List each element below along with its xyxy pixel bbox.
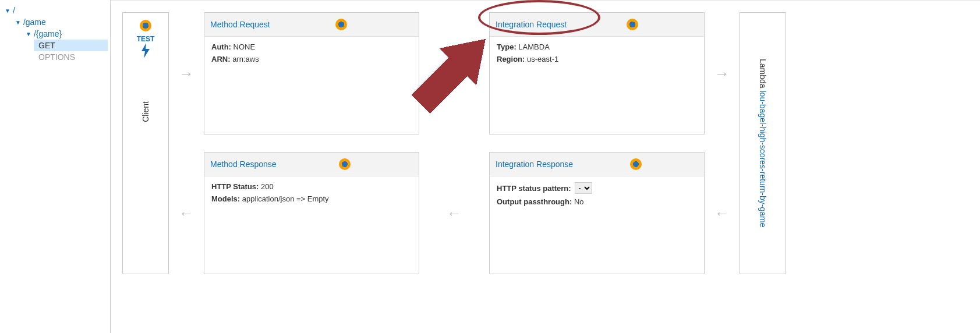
bolt-icon[interactable] — [141, 43, 150, 61]
tree-game-label: /game — [23, 17, 46, 27]
tree-game[interactable]: ▼ /game — [13, 16, 108, 28]
arrow-right-icon: → — [179, 65, 194, 83]
lambda-function-link[interactable]: lou-bagel-high-scores-return-by-game — [758, 91, 767, 228]
region-value: us-east-1 — [527, 55, 558, 63]
lambda-prefix: Lambda — [758, 59, 767, 90]
method-request-box: Method Request Auth: NONE ARN: arn:aws — [204, 12, 419, 134]
arrow-left-icon: ← — [447, 204, 462, 222]
arrow-method-response-to-client: ← — [169, 152, 204, 274]
tree-game-path[interactable]: ▼ /{game} — [23, 28, 108, 40]
status-pattern-select[interactable]: - — [575, 182, 592, 194]
gear-icon[interactable] — [630, 158, 642, 170]
tree-root-label: / — [13, 6, 15, 15]
auth-label: Auth: — [211, 42, 231, 51]
method-request-link[interactable]: Method Request — [210, 20, 270, 29]
lambda-label: Lambda lou-bagel-high-scores-return-by-g… — [758, 59, 767, 227]
integration-response-link[interactable]: Integration Response — [496, 160, 573, 169]
arn-label: ARN: — [211, 55, 231, 63]
caret-down-icon: ▼ — [15, 19, 21, 26]
region-label: Region: — [497, 55, 525, 63]
passthrough-label: Output passthrough: — [497, 197, 572, 206]
passthrough-value: No — [574, 197, 584, 206]
type-value: LAMBDA — [518, 42, 549, 51]
resource-tree: ▼ / ▼ /game ▼ /{game} GET OPTIONS — [0, 0, 111, 333]
tree-method-options[interactable]: OPTIONS — [34, 51, 108, 63]
gear-icon[interactable] — [339, 158, 351, 170]
client-label: Client — [141, 101, 150, 122]
arrow-left-icon: ← — [714, 204, 730, 222]
arrow-integration-request-to-lambda: → — [705, 12, 740, 134]
arrow-method-to-integration-request — [419, 12, 489, 134]
client-box: TEST Client — [122, 12, 169, 274]
method-response-link[interactable]: Method Response — [210, 160, 277, 169]
tree-method-options-label: OPTIONS — [38, 52, 75, 62]
tree-root[interactable]: ▼ / — [2, 5, 108, 16]
method-execution-flow: TEST Client → Method Request Auth: NONE … — [111, 0, 980, 333]
integration-response-box: Integration Response HTTP status pattern… — [489, 152, 705, 274]
arrow-lambda-to-integration-response: ← — [705, 152, 740, 274]
http-status-value: 200 — [261, 182, 274, 191]
gear-icon[interactable] — [335, 19, 347, 30]
arrow-integration-to-method-response: ← — [419, 152, 489, 274]
type-label: Type: — [497, 42, 516, 51]
auth-value: NONE — [233, 42, 256, 51]
gear-icon[interactable] — [140, 20, 151, 31]
method-response-box: Method Response HTTP Status: 200 Models:… — [204, 152, 419, 274]
status-pattern-label: HTTP status pattern: — [497, 184, 571, 193]
integration-request-box: Integration Request Type: LAMBDA Region:… — [489, 12, 705, 134]
caret-down-icon: ▼ — [5, 8, 10, 14]
gear-icon[interactable] — [627, 19, 638, 30]
arn-value: arn:aws — [232, 55, 259, 63]
tree-method-get-label: GET — [38, 41, 55, 50]
models-label: Models: — [211, 194, 240, 203]
caret-down-icon: ▼ — [26, 31, 31, 37]
arrow-right-icon: → — [714, 65, 730, 83]
tree-method-get[interactable]: GET — [34, 40, 108, 51]
lambda-box: Lambda lou-bagel-high-scores-return-by-g… — [740, 12, 786, 274]
svg-marker-0 — [141, 43, 150, 58]
arrow-client-to-method-request: → — [169, 12, 204, 134]
http-status-label: HTTP Status: — [211, 182, 259, 191]
arrow-left-icon: ← — [179, 204, 194, 222]
test-button[interactable]: TEST — [137, 35, 155, 43]
svg-marker-1 — [411, 39, 486, 114]
integration-request-link[interactable]: Integration Request — [496, 20, 567, 29]
tree-game-path-label: /{game} — [34, 29, 62, 38]
models-value: application/json => Empty — [242, 194, 329, 203]
